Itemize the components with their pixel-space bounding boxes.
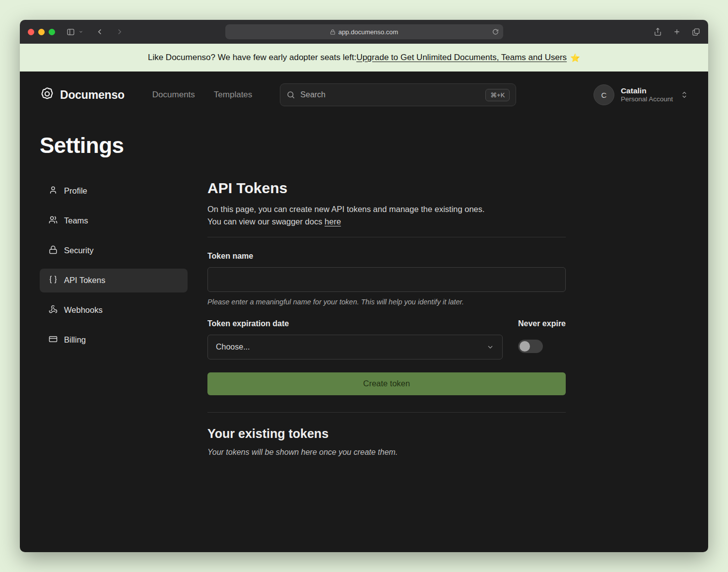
description-line-1: On this page, you can create new API tok… <box>207 205 485 214</box>
close-window-button[interactable] <box>28 29 34 35</box>
user-menu[interactable]: C Catalin Personal Account <box>594 84 688 105</box>
users-icon <box>49 215 58 226</box>
chevron-down-icon <box>486 343 494 351</box>
expiration-select-value: Choose... <box>216 343 250 352</box>
nav-item-documents[interactable]: Documents <box>152 90 195 100</box>
banner-upgrade-link[interactable]: Upgrade to Get Unlimited Documents, Team… <box>356 53 567 63</box>
user-icon <box>49 186 58 197</box>
documenso-logo-icon <box>40 86 55 103</box>
top-nav: Documents Templates <box>152 90 252 100</box>
url-bar[interactable]: app.documenso.com <box>225 24 503 39</box>
toggle-knob <box>520 341 530 352</box>
lock-icon <box>49 245 58 256</box>
share-icon[interactable] <box>654 27 662 36</box>
webhook-icon <box>49 305 58 316</box>
never-expire-label: Never expire <box>518 319 566 329</box>
credit-card-icon <box>49 335 58 346</box>
browser-toolbar: app.documenso.com <box>20 20 708 44</box>
sidebar-toggle-icon[interactable] <box>66 28 75 36</box>
documenso-app: Documenso Documents Templates Search ⌘+K… <box>20 72 708 552</box>
brand[interactable]: Documenso <box>40 86 125 103</box>
braces-icon <box>49 275 58 286</box>
expiration-date-label: Token expiration date <box>207 319 503 329</box>
sidebar-chevron-down-icon[interactable] <box>78 29 83 34</box>
user-account-type: Personal Account <box>621 95 673 104</box>
promo-banner: Like Documenso? We have few early adopte… <box>20 44 708 72</box>
traffic-lights <box>28 29 55 35</box>
divider <box>207 237 566 237</box>
divider <box>207 412 566 413</box>
swagger-docs-link[interactable]: here <box>325 217 341 226</box>
existing-tokens-title: Your existing tokens <box>207 427 566 441</box>
sidebar-item-webhooks[interactable]: Webhooks <box>40 298 188 322</box>
tab-overview-icon[interactable] <box>692 28 700 36</box>
refresh-icon[interactable] <box>492 29 499 35</box>
browser-window: app.documenso.com Like Documenso? We hav… <box>20 20 708 552</box>
search-placeholder: Search <box>300 90 480 99</box>
create-token-button[interactable]: Create token <box>207 372 566 395</box>
search-icon <box>286 90 295 99</box>
chevrons-up-down-icon <box>680 91 688 99</box>
settings-nav: Profile Teams Security <box>40 179 188 457</box>
url-text: app.documenso.com <box>338 28 398 36</box>
api-tokens-description: On this page, you can create new API tok… <box>207 203 566 228</box>
token-name-label: Token name <box>207 251 566 261</box>
search-shortcut-badge: ⌘+K <box>485 89 510 101</box>
sidebar-item-label: Webhooks <box>64 305 103 315</box>
existing-tokens-empty-text: Your tokens will be shown here once you … <box>207 448 566 457</box>
banner-text: Like Documenso? We have few early adopte… <box>148 53 356 63</box>
nav-item-templates[interactable]: Templates <box>214 90 252 100</box>
avatar: C <box>594 84 614 105</box>
sidebar-item-label: Security <box>64 246 94 255</box>
api-tokens-panel: API Tokens On this page, you can create … <box>207 179 566 457</box>
api-tokens-title: API Tokens <box>207 179 566 197</box>
sidebar-item-billing[interactable]: Billing <box>40 328 188 352</box>
sidebar-item-teams[interactable]: Teams <box>40 209 188 233</box>
user-name: Catalin <box>621 86 673 95</box>
new-tab-plus-icon[interactable] <box>673 28 681 36</box>
search-bar[interactable]: Search ⌘+K <box>280 83 516 106</box>
token-name-input[interactable] <box>207 267 566 292</box>
page-title: Settings <box>40 133 688 158</box>
sidebar-item-label: Teams <box>64 216 88 225</box>
sidebar-item-api-tokens[interactable]: API Tokens <box>40 269 188 292</box>
sidebar-item-label: Profile <box>64 186 87 196</box>
never-expire-toggle[interactable] <box>518 340 543 353</box>
back-button[interactable] <box>95 27 104 36</box>
token-name-hint: Please enter a meaningful name for your … <box>207 298 566 306</box>
sidebar-item-profile[interactable]: Profile <box>40 179 188 203</box>
minimize-window-button[interactable] <box>38 29 45 35</box>
zoom-window-button[interactable] <box>49 29 55 35</box>
expiration-select[interactable]: Choose... <box>207 335 503 359</box>
sidebar-item-label: Billing <box>64 335 86 345</box>
lock-icon <box>330 29 335 35</box>
description-line-2: You can view our swagger docs <box>207 217 325 226</box>
star-icon: ⭐ <box>570 53 580 63</box>
sidebar-item-label: API Tokens <box>64 276 105 285</box>
app-header: Documenso Documents Templates Search ⌘+K… <box>20 72 708 115</box>
sidebar-item-security[interactable]: Security <box>40 239 188 263</box>
forward-button[interactable] <box>115 27 124 36</box>
brand-name: Documenso <box>60 88 125 102</box>
